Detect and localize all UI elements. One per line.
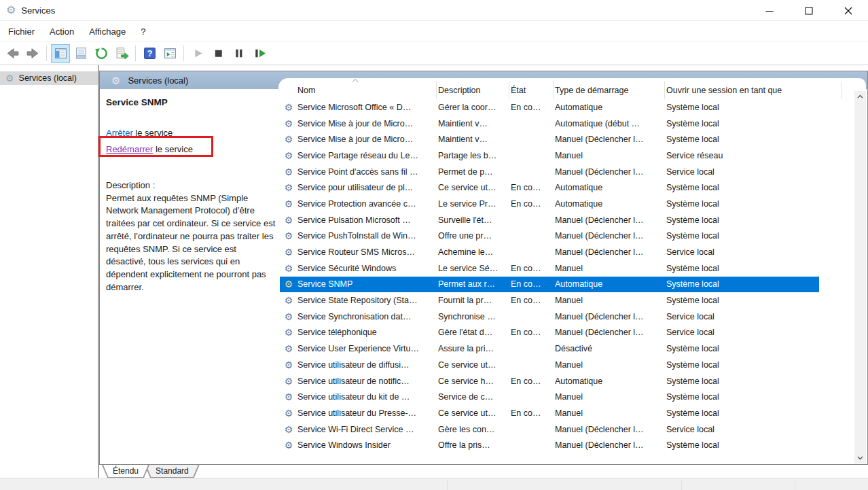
chevron-up-icon bbox=[856, 94, 864, 99]
chevron-down-icon bbox=[856, 455, 864, 461]
description-label: Description : bbox=[106, 179, 278, 192]
view-tabs: Étendu Standard bbox=[99, 465, 868, 478]
service-state-cell: En co… bbox=[511, 377, 555, 386]
service-startup-cell: Manuel bbox=[555, 360, 666, 370]
service-logon-cell: Système local bbox=[666, 344, 819, 353]
service-logon-cell: Système local bbox=[666, 440, 819, 450]
service-row[interactable]: ⚙ Service téléphonique Gère l'état d… En… bbox=[280, 325, 819, 341]
service-gear-icon: ⚙ bbox=[285, 392, 293, 402]
service-logon-cell: Système local bbox=[666, 279, 819, 289]
start-service-button[interactable] bbox=[188, 44, 207, 63]
service-name-cell: Service utilisateur de notific… bbox=[297, 377, 438, 386]
service-gear-icon: ⚙ bbox=[285, 377, 293, 386]
selected-service-title: Service SNMP bbox=[106, 97, 273, 107]
service-row[interactable]: ⚙ Service Wi-Fi Direct Service … Gère le… bbox=[280, 421, 819, 438]
stop-service-button[interactable] bbox=[209, 44, 228, 63]
service-description-cell: Ce service ut… bbox=[438, 408, 511, 418]
window-controls bbox=[750, 0, 868, 21]
service-row[interactable]: ⚙ Service PushToInstall de Win… Offre un… bbox=[280, 228, 819, 245]
vertical-scrollbar[interactable] bbox=[854, 91, 866, 463]
scroll-up-button[interactable] bbox=[854, 91, 866, 102]
service-row[interactable]: ⚙ Service Windows Insider Offre la pris…… bbox=[280, 437, 819, 453]
service-name-cell: Service utilisateur du kit de … bbox=[297, 392, 438, 402]
column-header-nom[interactable]: Nom bbox=[278, 81, 437, 99]
band-services-icon: ⚙ bbox=[111, 75, 120, 86]
column-header-type-demarrage[interactable]: Type de démarrage bbox=[554, 81, 665, 99]
service-gear-icon: ⚙ bbox=[285, 279, 293, 289]
service-row[interactable]: ⚙ Service Mise à jour de Micro… Maintien… bbox=[280, 131, 819, 147]
menu-fichier[interactable]: Fichier bbox=[1, 23, 42, 40]
column-header-ouvrir-session[interactable]: Ouvrir une session en tant que bbox=[665, 81, 842, 99]
export-list-button[interactable] bbox=[112, 44, 131, 63]
service-row[interactable]: ⚙ Service utilisateur de notific… Ce ser… bbox=[280, 373, 819, 389]
start-service-icon bbox=[191, 46, 205, 60]
column-header-etat[interactable]: État bbox=[509, 81, 554, 99]
menu-help[interactable]: ? bbox=[133, 23, 153, 40]
restart-service-button[interactable] bbox=[249, 44, 268, 63]
scroll-down-button[interactable] bbox=[854, 453, 866, 463]
tab-standard[interactable]: Standard bbox=[145, 465, 200, 478]
close-icon bbox=[844, 7, 852, 15]
column-header-description[interactable]: Description bbox=[437, 81, 509, 99]
service-logon-cell: Système local bbox=[666, 377, 819, 386]
service-row[interactable]: ⚙ Service SNMP Permet aux r… En co… Auto… bbox=[280, 277, 819, 293]
pause-service-button[interactable] bbox=[229, 44, 248, 63]
service-row[interactable]: ⚙ Service utilisateur du kit de … Servic… bbox=[280, 389, 819, 405]
service-row[interactable]: ⚙ Service Microsoft Office « D… Gérer la… bbox=[280, 99, 819, 116]
menu-action[interactable]: Action bbox=[42, 23, 82, 40]
service-logon-cell: Système local bbox=[666, 199, 819, 209]
help-button[interactable]: ? bbox=[140, 44, 159, 63]
minimize-button[interactable] bbox=[750, 0, 789, 21]
service-logon-cell: Système local bbox=[666, 231, 819, 241]
service-row[interactable]: ⚙ Service Protection avancée c… Le servi… bbox=[280, 196, 819, 212]
service-row[interactable]: ⚙ Service pour utilisateur de pl… Ce ser… bbox=[280, 179, 819, 196]
service-description-cell: Ce service ut… bbox=[438, 183, 511, 192]
service-row[interactable]: ⚙ Service utilisateur de diffusi… Ce ser… bbox=[280, 357, 819, 373]
service-description: Description : Permet aux requêtes SNMP (… bbox=[106, 179, 278, 294]
service-row[interactable]: ⚙ Service Point d'accès sans fil … Perme… bbox=[280, 164, 819, 180]
tab-etendu-label: Étendu bbox=[103, 465, 149, 477]
forward-button[interactable] bbox=[23, 44, 42, 63]
service-row[interactable]: ⚙ Service User Experience Virtu… Assure … bbox=[280, 340, 819, 357]
service-row[interactable]: ⚙ Service State Repository (Sta… Fournit… bbox=[280, 292, 819, 309]
pane-header-title: Services (local) bbox=[128, 75, 188, 86]
show-console-tree-button[interactable] bbox=[51, 44, 70, 63]
service-row[interactable]: ⚙ Service utilisateur du Presse-… Ce ser… bbox=[280, 405, 819, 421]
service-row[interactable]: ⚙ Service Sécurité Windows Le service Sé… bbox=[280, 260, 819, 277]
close-button[interactable] bbox=[829, 0, 868, 21]
sidebar-item-services-local[interactable]: ⚙ Services (local) bbox=[0, 71, 98, 85]
service-startup-cell: Automatique bbox=[555, 183, 666, 192]
service-gear-icon: ⚙ bbox=[285, 440, 293, 450]
maximize-button[interactable] bbox=[789, 0, 829, 21]
service-row[interactable]: ⚙ Service Mise à jour de Micro… Maintien… bbox=[280, 116, 819, 132]
service-startup-cell: Manuel (Déclencher l… bbox=[555, 231, 666, 241]
service-logon-cell: Service réseau bbox=[666, 151, 819, 160]
service-description-cell: Le service Sé… bbox=[438, 264, 511, 273]
service-rows: ⚙ Service Microsoft Office « D… Gérer la… bbox=[278, 99, 866, 464]
back-button[interactable] bbox=[3, 44, 22, 63]
service-gear-icon: ⚙ bbox=[285, 360, 293, 370]
service-row[interactable]: ⚙ Service Routeur SMS Micros… Achemine l… bbox=[280, 244, 819, 260]
service-row[interactable]: ⚙ Service Synchronisation dat… Synchroni… bbox=[280, 309, 819, 325]
services-pane: ⚙ Services (local) Service SNMP Arrêter … bbox=[99, 71, 868, 465]
refresh-button[interactable] bbox=[92, 44, 111, 63]
service-row[interactable]: ⚙ Service Pulsation Microsoft … Surveill… bbox=[280, 212, 819, 228]
service-startup-cell: Manuel (Déclencher l… bbox=[555, 135, 666, 144]
service-startup-cell: Manuel bbox=[555, 408, 666, 418]
show-action-pane-button[interactable] bbox=[160, 44, 179, 63]
action-pane-icon bbox=[163, 46, 177, 60]
service-logon-cell: Service local bbox=[666, 328, 819, 337]
annotation-box bbox=[98, 136, 213, 157]
service-name-cell: Service PushToInstall de Win… bbox=[297, 231, 438, 241]
service-name-cell: Service utilisateur du Presse-… bbox=[297, 408, 438, 418]
service-description-cell: Maintient v… bbox=[438, 119, 511, 128]
menu-affichage[interactable]: Affichage bbox=[82, 23, 133, 40]
tab-etendu[interactable]: Étendu bbox=[102, 465, 149, 478]
service-state-cell: En co… bbox=[511, 103, 555, 112]
service-name-cell: Service Partage réseau du Le… bbox=[297, 151, 438, 160]
properties-button[interactable] bbox=[71, 44, 90, 63]
service-name-cell: Service Mise à jour de Micro… bbox=[297, 135, 438, 144]
toolbar-separator bbox=[135, 46, 136, 61]
service-row[interactable]: ⚙ Service Partage réseau du Le… Partage … bbox=[280, 147, 819, 164]
strip-divider bbox=[447, 480, 448, 490]
